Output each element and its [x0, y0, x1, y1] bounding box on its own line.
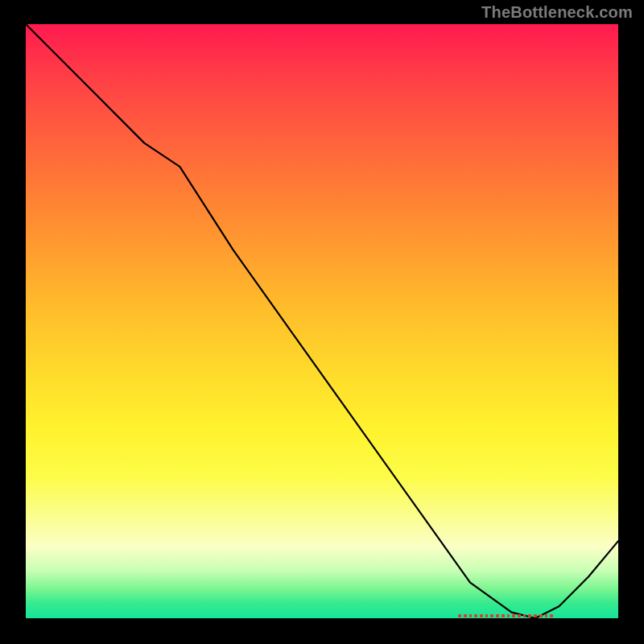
marker-dot	[539, 614, 543, 618]
attribution-text: TheBottleneck.com	[481, 3, 633, 22]
marker-dot	[485, 614, 489, 618]
marker-dot	[545, 614, 548, 618]
curve-svg	[26, 24, 618, 618]
marker-dot	[480, 614, 483, 618]
plot-area	[26, 24, 618, 618]
chart-frame: TheBottleneck.com	[0, 0, 644, 644]
marker-dot	[518, 614, 521, 618]
bottleneck-curve	[26, 24, 618, 618]
marker-dot	[523, 614, 526, 618]
marker-dot	[464, 614, 467, 618]
marker-dot	[512, 614, 515, 618]
optimal-range-marker	[458, 613, 553, 618]
marker-dot	[534, 614, 537, 618]
marker-dot	[469, 614, 473, 618]
marker-dot	[490, 614, 493, 618]
marker-dot	[496, 614, 499, 618]
marker-dot	[507, 614, 510, 618]
marker-dot	[550, 614, 553, 618]
marker-dot	[502, 614, 505, 618]
marker-dot	[458, 614, 461, 618]
marker-dot	[474, 614, 477, 618]
marker-dot	[528, 614, 531, 618]
